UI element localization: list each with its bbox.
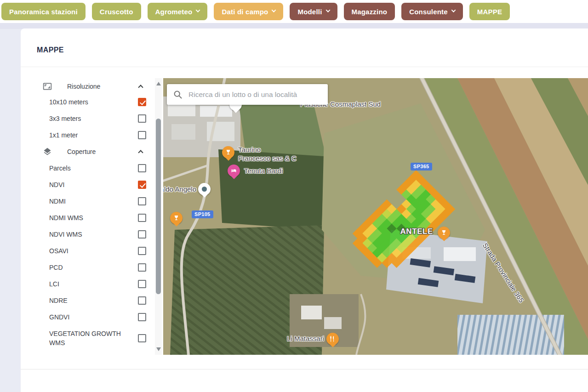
wine-glass-icon xyxy=(225,149,232,156)
nav-button-dati-di-campo[interactable]: Dati di campo xyxy=(214,3,283,20)
layer-row-vegetation-growth-wms: VEGETATION GROWTH WMS xyxy=(37,325,146,351)
layer-row-lci: LCI xyxy=(37,276,146,292)
checkbox-vegetation-growth-wms[interactable] xyxy=(138,334,146,342)
layer-row-1x1: 1x1 meter xyxy=(37,127,146,143)
chevron-down-icon xyxy=(325,8,330,12)
nav-button-panoramica-stazioni[interactable]: Panoramica stazioni xyxy=(1,3,86,20)
fork-knife-icon xyxy=(329,335,336,342)
layer-row-ndmi-wms: NDMI WMS xyxy=(37,210,146,226)
layer-row-ndre: NDRE xyxy=(37,292,146,309)
layer-label: 10x10 meters xyxy=(49,97,130,107)
map-label-antele: ANTELE xyxy=(380,227,433,236)
scroll-up-icon[interactable] xyxy=(156,82,161,85)
layer-label: PCD xyxy=(49,263,130,272)
layer-row-osavi: OSAVI xyxy=(37,243,146,259)
nav-button-label: Magazzino xyxy=(352,8,388,16)
layers-icon xyxy=(43,147,52,156)
layer-row-ndvi-wms: NDVI WMS xyxy=(37,226,146,243)
nav-button-label: Agrometeo xyxy=(155,8,193,16)
search-input[interactable] xyxy=(188,91,321,99)
road-badge-sp365: SP365 xyxy=(411,163,432,170)
section-title: Risoluzione xyxy=(67,83,100,90)
layer-row-ndvi: NDVI xyxy=(37,176,146,193)
checkbox-lci[interactable] xyxy=(138,280,146,288)
layer-label: NDVI xyxy=(49,180,130,189)
nav-button-consulente[interactable]: Consulente xyxy=(401,3,463,20)
nav-button-label: Dati di campo xyxy=(222,8,268,16)
nav-button-label: Cruscotto xyxy=(100,8,133,16)
restaurant-marker-matassari[interactable] xyxy=(326,333,339,345)
section-title: Coperture xyxy=(67,148,96,155)
chevron-down-icon xyxy=(451,8,456,12)
layer-row-pcd: PCD xyxy=(37,259,146,276)
layer-label: OSAVI xyxy=(49,246,130,256)
map-label-tenuta: Tenuta Bardi xyxy=(244,166,283,175)
place-marker-angelo[interactable] xyxy=(198,183,211,195)
layer-label: NDMI WMS xyxy=(49,213,130,222)
chevron-up-icon[interactable] xyxy=(138,85,143,90)
satellite-imagery xyxy=(163,78,588,355)
checkbox-gndvi[interactable] xyxy=(138,313,146,321)
layer-label: GNDVI xyxy=(49,312,130,322)
road-badge-sp105: SP105 xyxy=(192,210,213,218)
checkbox-ndre[interactable] xyxy=(138,296,146,305)
top-navigation: Panoramica stazioni Cruscotto Agrometeo … xyxy=(0,0,588,23)
layer-row-gndvi: GNDVI xyxy=(37,309,146,325)
winery-marker-antele[interactable] xyxy=(438,227,450,239)
layer-row-10x10: 10x10 meters xyxy=(37,94,146,110)
nav-button-cruscotto[interactable]: Cruscotto xyxy=(92,3,141,20)
checkbox-ndmi[interactable] xyxy=(138,197,146,205)
checkbox-parcels[interactable] xyxy=(138,164,146,172)
checkbox-pcd[interactable] xyxy=(138,263,146,272)
layer-label: NDVI WMS xyxy=(49,230,130,239)
divider xyxy=(21,369,588,369)
nav-button-modelli[interactable]: Modelli xyxy=(290,3,337,20)
section-header-coperture[interactable]: Coperture xyxy=(37,143,146,160)
layer-label: NDRE xyxy=(49,296,130,305)
layer-row-parcels: Parcels xyxy=(37,160,146,176)
layer-label: 3x3 meters xyxy=(49,114,130,123)
search-icon xyxy=(173,90,183,99)
chevron-up-icon[interactable] xyxy=(138,150,143,155)
layer-row-3x3: 3x3 meters xyxy=(37,110,146,127)
map-canvas[interactable]: Plastiche Cosmaplast Sud Taurino Frances… xyxy=(163,78,588,355)
chevron-down-icon xyxy=(272,8,276,12)
map-label-angelo: aldo Angelo xyxy=(163,185,196,193)
divider xyxy=(21,67,588,67)
layer-label: LCI xyxy=(49,279,130,289)
dot-icon xyxy=(202,187,207,192)
section-header-risoluzione[interactable]: Risoluzione xyxy=(37,78,146,95)
checkbox-ndmi-wms[interactable] xyxy=(138,214,146,222)
map-label-line: Taurino xyxy=(238,145,297,154)
nav-button-agrometeo[interactable]: Agrometeo xyxy=(148,3,208,20)
wine-glass-icon xyxy=(173,215,180,222)
sidebar-scrollbar[interactable] xyxy=(155,78,162,355)
nav-button-magazzino[interactable]: Magazzino xyxy=(344,3,395,20)
winery-marker-left[interactable] xyxy=(170,212,183,224)
scroll-down-icon[interactable] xyxy=(156,347,161,351)
checkbox-ndvi[interactable] xyxy=(138,181,146,189)
nav-button-label: MAPPE xyxy=(477,8,502,16)
map-search-box xyxy=(167,84,328,105)
wine-glass-icon xyxy=(440,229,447,236)
layer-label: NDMI xyxy=(49,197,130,206)
chevron-down-icon xyxy=(196,8,200,12)
nav-button-label: Panoramica stazioni xyxy=(9,8,78,16)
scrollbar-thumb[interactable] xyxy=(156,119,161,294)
layer-row-ndmi: NDMI xyxy=(37,193,146,210)
checkbox-ndvi-wms[interactable] xyxy=(138,230,146,239)
nav-button-mappe[interactable]: MAPPE xyxy=(469,3,510,20)
hotel-marker-tenuta[interactable] xyxy=(228,165,240,177)
layer-label: Parcels xyxy=(49,164,130,173)
checkbox-1x1[interactable] xyxy=(138,131,146,139)
nav-button-label: Modelli xyxy=(297,8,322,16)
map-label-matassari: Li Matassari xyxy=(273,334,324,343)
checkbox-10x10[interactable] xyxy=(138,98,146,106)
winery-marker-taurino[interactable] xyxy=(222,146,234,159)
map-label-line: Francesco sas & C xyxy=(238,154,297,163)
checkbox-osavi[interactable] xyxy=(138,247,146,255)
nav-button-label: Consulente xyxy=(409,8,448,16)
bed-icon xyxy=(230,167,237,174)
map-label-taurino: Taurino Francesco sas & C xyxy=(238,145,297,163)
checkbox-3x3[interactable] xyxy=(138,114,146,123)
